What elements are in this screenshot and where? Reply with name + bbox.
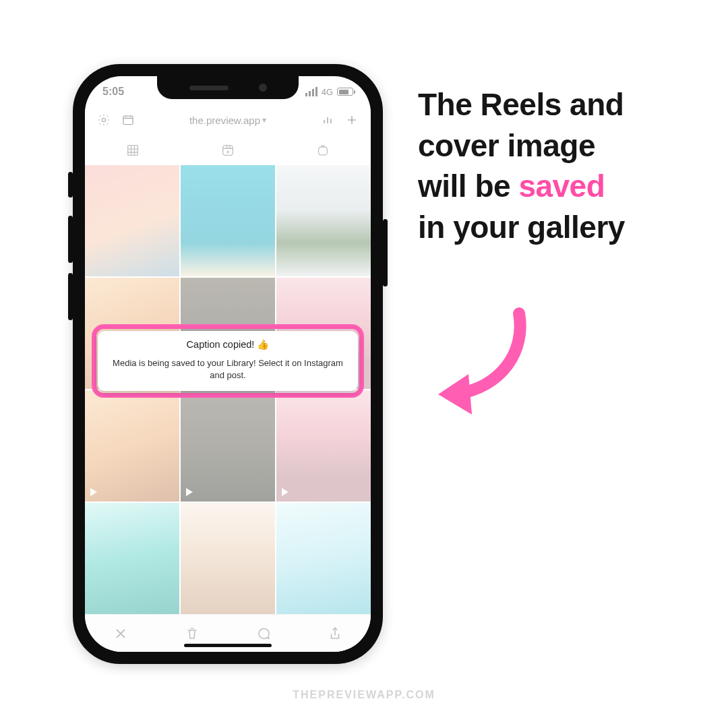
network-label: 4G — [322, 87, 333, 97]
status-time: 5:05 — [102, 86, 124, 98]
post-thumbnail[interactable] — [181, 390, 275, 502]
caption-highlight-word: saved — [518, 169, 605, 204]
app-header: the.preview.app ▾ — [85, 106, 371, 134]
close-icon[interactable] — [113, 626, 129, 642]
analytics-icon[interactable] — [321, 113, 334, 127]
tab-reels[interactable] — [180, 135, 275, 165]
explainer-caption: The Reels and cover image will be saved … — [418, 84, 708, 248]
tab-grid[interactable] — [85, 135, 180, 165]
toast-title: Caption copied! 👍 — [107, 339, 348, 351]
add-post-icon[interactable] — [345, 113, 359, 127]
caption-line-3-prefix: will be — [418, 169, 518, 204]
svg-rect-1 — [123, 116, 133, 125]
battery-icon — [337, 88, 353, 96]
account-selector[interactable]: the.preview.app ▾ — [189, 115, 266, 126]
signal-icon — [305, 87, 317, 96]
post-thumbnail[interactable] — [85, 503, 179, 614]
watermark: THEPREVIEWAPP.COM — [293, 689, 435, 701]
curved-arrow-icon — [425, 303, 539, 418]
caption-line-2: cover image — [418, 128, 595, 163]
toast-notification: Caption copied! 👍 Media is being saved t… — [98, 331, 358, 391]
post-thumbnail[interactable] — [85, 165, 179, 276]
svg-rect-2 — [127, 146, 138, 156]
post-thumbnail[interactable] — [276, 503, 371, 614]
tab-igtv[interactable] — [276, 135, 371, 165]
play-icon — [282, 488, 289, 496]
play-icon — [186, 488, 193, 496]
caption-line-1: The Reels and — [418, 87, 624, 122]
svg-rect-3 — [223, 146, 233, 156]
post-thumbnail[interactable] — [181, 503, 275, 614]
phone-notch — [157, 76, 299, 99]
comment-icon[interactable] — [255, 626, 272, 642]
phone-frame: 5:05 4G the.preview.app ▾ — [73, 64, 383, 664]
share-icon[interactable] — [327, 626, 343, 642]
svg-point-0 — [102, 118, 105, 121]
post-thumbnail[interactable] — [276, 390, 371, 502]
view-tabs — [85, 135, 371, 165]
power-button — [383, 219, 388, 286]
phone-screen: 5:05 4G the.preview.app ▾ — [85, 76, 371, 652]
volume-down — [68, 273, 73, 320]
volume-up — [68, 216, 73, 263]
chevron-down-icon: ▾ — [262, 115, 266, 125]
post-thumbnail[interactable] — [276, 165, 371, 276]
svg-rect-4 — [319, 147, 328, 155]
calendar-icon[interactable] — [121, 113, 135, 127]
home-indicator — [184, 644, 272, 647]
play-icon — [90, 488, 97, 496]
caption-line-4: in your gallery — [418, 210, 625, 245]
post-thumbnail[interactable] — [181, 165, 275, 276]
mute-switch — [68, 172, 73, 198]
toast-highlight-box: Caption copied! 👍 Media is being saved t… — [92, 324, 364, 398]
account-name: the.preview.app — [189, 115, 260, 126]
settings-icon[interactable] — [97, 113, 111, 127]
toast-body: Media is being saved to your Library! Se… — [107, 357, 348, 382]
trash-icon[interactable] — [184, 626, 200, 642]
post-thumbnail[interactable] — [85, 390, 179, 502]
